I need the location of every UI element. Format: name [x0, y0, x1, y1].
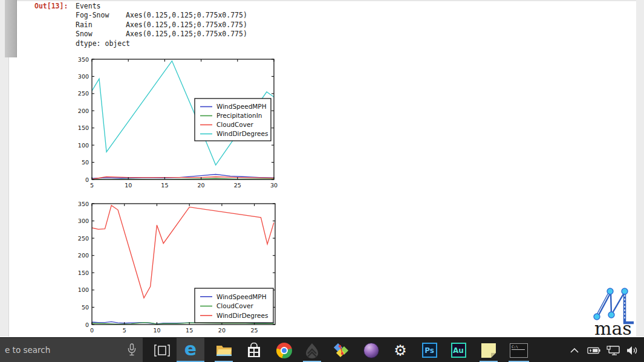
- svg-text:CloudCover: CloudCover: [216, 121, 253, 128]
- svg-text:200: 200: [78, 252, 89, 259]
- svg-text:25: 25: [251, 327, 258, 334]
- svg-text:CloudCover: CloudCover: [216, 302, 253, 309]
- svg-text:50: 50: [82, 159, 89, 166]
- svg-text:100: 100: [78, 286, 89, 293]
- svg-text:0: 0: [85, 176, 89, 183]
- svg-text:20: 20: [198, 182, 205, 189]
- svg-text:150: 150: [78, 270, 89, 276]
- file-explorer-icon: [216, 344, 232, 357]
- svg-text:WindDirDegrees: WindDirDegrees: [216, 312, 268, 319]
- chrome-button[interactable]: [272, 338, 296, 362]
- svg-text:WindSpeedMPH: WindSpeedMPH: [216, 293, 267, 300]
- flame-app-icon: [305, 343, 319, 358]
- flame-app-button[interactable]: [300, 338, 324, 362]
- network-icon: [607, 346, 620, 355]
- svg-text:PrecipitationIn: PrecipitationIn: [216, 112, 262, 119]
- svg-text:15: 15: [161, 182, 168, 189]
- tray-network-button[interactable]: [607, 338, 620, 362]
- audition-label: Au: [453, 346, 464, 355]
- svg-text:10: 10: [153, 327, 160, 334]
- settings-gear-icon: ⚙: [394, 343, 407, 358]
- svg-text:200: 200: [78, 108, 89, 114]
- page-top-border: [0, 0, 644, 1]
- search-input[interactable]: e to search: [0, 338, 143, 362]
- chrome-icon: [276, 343, 292, 358]
- out-prompt: Out[13]:: [34, 2, 68, 10]
- svg-text:250: 250: [78, 90, 89, 97]
- search-placeholder: e to search: [5, 345, 50, 355]
- microphone-icon[interactable]: [127, 343, 137, 357]
- sticky-notes-icon: [481, 343, 496, 358]
- weather-events-chart-2: 0501001502002503003500510152025WindSpeed…: [77, 196, 287, 338]
- edge-button[interactable]: e: [177, 338, 204, 362]
- svg-text:150: 150: [78, 124, 89, 131]
- audition-button[interactable]: Au: [446, 338, 470, 362]
- svg-text:10: 10: [125, 182, 132, 189]
- edge-icon: e: [184, 340, 197, 358]
- svg-text:25: 25: [234, 182, 241, 189]
- svg-text:5: 5: [123, 327, 126, 334]
- desktop-screenshot: Out[13]: Events Fog-Snow Axes(0.125,0.12…: [0, 0, 644, 362]
- svg-text:250: 250: [78, 235, 89, 242]
- diamond-app-button[interactable]: [329, 338, 353, 362]
- store-button[interactable]: [242, 338, 266, 362]
- svg-text:WindDirDegrees: WindDirDegrees: [216, 130, 268, 137]
- svg-text:WindSpeedMPH: WindSpeedMPH: [216, 103, 267, 110]
- photoshop-button[interactable]: Ps: [417, 338, 441, 362]
- command-prompt-label: C:\: [512, 344, 518, 349]
- svg-text:30: 30: [270, 182, 278, 189]
- command-prompt-button[interactable]: C:\: [506, 338, 532, 362]
- taskbar: e to search e: [0, 337, 644, 362]
- svg-text:300: 300: [78, 73, 89, 80]
- audition-icon: Au: [451, 343, 466, 358]
- console-lines: Events Fog-Snow Axes(0.125,0.125;0.775x0…: [76, 2, 247, 48]
- svg-text:350: 350: [78, 201, 89, 207]
- tray-chevron-button[interactable]: [568, 338, 581, 362]
- sticky-notes-button[interactable]: [476, 338, 501, 362]
- photoshop-icon: Ps: [422, 343, 437, 358]
- svg-text:0: 0: [85, 322, 89, 328]
- volume-icon: [626, 346, 639, 355]
- file-explorer-button[interactable]: [212, 338, 236, 362]
- scrollbar-thumb[interactable]: [5, 0, 17, 57]
- svg-text:0: 0: [90, 327, 94, 334]
- mas-watermark-logo: mas: [593, 278, 642, 336]
- eclipse-button[interactable]: [359, 338, 383, 362]
- eclipse-icon: [363, 343, 379, 358]
- svg-text:15: 15: [186, 327, 193, 334]
- svg-text:300: 300: [78, 218, 89, 224]
- watermark-text: mas: [594, 318, 632, 336]
- settings-button[interactable]: ⚙: [388, 338, 412, 362]
- command-prompt-icon: C:\: [510, 343, 528, 358]
- chevron-up-icon: [570, 348, 579, 353]
- svg-text:350: 350: [78, 56, 89, 63]
- store-icon: [247, 343, 261, 358]
- svg-text:100: 100: [78, 142, 89, 149]
- task-view-button[interactable]: [150, 338, 174, 362]
- task-view-icon: [154, 344, 170, 357]
- svg-text:50: 50: [82, 304, 89, 311]
- weather-events-chart-1: 05010015020025030035051015202530WindSpee…: [77, 52, 287, 195]
- photoshop-label: Ps: [424, 346, 434, 355]
- svg-text:20: 20: [218, 327, 226, 334]
- tray-volume-button[interactable]: [626, 338, 639, 362]
- battery-icon: [587, 346, 600, 355]
- system-tray: [568, 338, 639, 362]
- tray-battery-button[interactable]: [587, 338, 600, 362]
- svg-text:5: 5: [90, 182, 94, 189]
- diamond-app-icon: [333, 342, 350, 359]
